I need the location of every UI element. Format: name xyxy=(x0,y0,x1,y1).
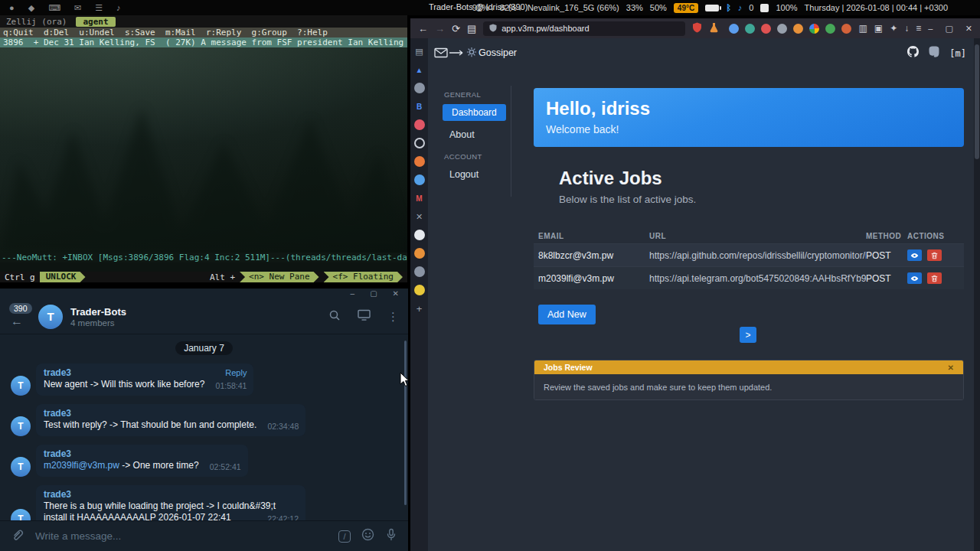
github-tab-favicon[interactable] xyxy=(414,230,425,240)
sidebar-panel-icon[interactable]: ▤ xyxy=(414,46,425,57)
tab-favicon[interactable]: M xyxy=(414,193,425,204)
battery-main-percent: 91%◂ xyxy=(472,3,493,12)
microphone-icon[interactable] xyxy=(385,528,397,544)
browser-forward-button[interactable]: → xyxy=(435,23,445,34)
avatar[interactable]: T xyxy=(11,376,31,396)
page-scrollbar[interactable] xyxy=(974,38,980,551)
files-icon[interactable]: ◆ xyxy=(28,3,34,13)
message-text: -> One more time? xyxy=(119,460,199,471)
highlights-icon[interactable]: ✦ xyxy=(890,23,897,34)
mail-icon[interactable]: ✉ xyxy=(74,3,81,13)
group-avatar[interactable]: T xyxy=(38,305,63,329)
jobs-table: EMAIL URL METHOD ACTIONS 8k8lbzcr@v3m.pw… xyxy=(534,228,964,289)
sidebar-toggle-icon[interactable]: ▤ xyxy=(467,23,476,34)
chat-titlebar: – ▢ ✕ xyxy=(0,289,408,299)
nav-item-about[interactable]: About xyxy=(449,129,509,140)
panel-icon[interactable]: ▥ xyxy=(858,23,867,34)
notifier-extension-icon[interactable] xyxy=(793,24,803,34)
url-bar[interactable]: app.v3m.pw/dashboard xyxy=(483,21,685,36)
library-icon[interactable]: ▣ xyxy=(874,23,883,34)
scrollbar-thumb[interactable] xyxy=(975,44,979,159)
tab-favicon[interactable]: B xyxy=(414,101,425,112)
chat-message: T trade3 Test with reply? -> That should… xyxy=(11,404,397,436)
chat-title[interactable]: Trader-Bots xyxy=(70,306,126,318)
add-new-button[interactable]: Add New xyxy=(538,305,596,324)
matrix-icon[interactable]: [m] xyxy=(949,48,966,59)
maximize-button[interactable]: ▢ xyxy=(945,24,952,34)
email-link[interactable]: m2039lfi@v3m.pw xyxy=(44,460,119,471)
sender-name[interactable]: trade3 xyxy=(44,367,204,379)
browser-reload-button[interactable]: ⟳ xyxy=(452,23,460,34)
delete-job-button[interactable] xyxy=(927,272,942,284)
tab-favicon[interactable] xyxy=(414,119,425,130)
avatar[interactable]: T xyxy=(11,457,31,477)
password-extension-icon[interactable] xyxy=(825,24,835,34)
google-extension-icon[interactable] xyxy=(809,24,819,34)
avatar[interactable]: T xyxy=(11,509,31,520)
tab-favicon[interactable] xyxy=(414,248,425,259)
kebab-menu-icon[interactable]: ⋮ xyxy=(387,310,399,324)
nav-item-logout[interactable]: Logout xyxy=(449,169,509,180)
sender-name[interactable]: trade3 xyxy=(44,448,199,460)
mastodon-icon[interactable] xyxy=(929,46,939,60)
tab-favicon[interactable] xyxy=(414,174,425,185)
message-input[interactable] xyxy=(35,530,328,542)
nav-item-dashboard[interactable]: Dashboard xyxy=(443,104,506,121)
neomutt-selected-mail-row[interactable]: 3896 + Dec 31 Ian Kelling, FS ( 27K) A m… xyxy=(0,37,407,47)
emoji-icon[interactable] xyxy=(361,528,374,544)
zellij-tab-bar: Zellij (ora) agent xyxy=(0,15,407,28)
tab-favicon[interactable] xyxy=(414,83,425,93)
back-button[interactable]: ← 390 xyxy=(9,299,32,334)
extension-icon[interactable] xyxy=(777,24,787,34)
view-job-button[interactable] xyxy=(907,272,922,284)
close-tab-icon[interactable]: ✕ xyxy=(414,211,425,222)
delete-job-button[interactable] xyxy=(927,249,942,261)
flask-extension-icon[interactable] xyxy=(709,22,719,35)
jobs-review-body: Review the saved jobs and make sure to k… xyxy=(534,374,963,399)
timer-extension-icon[interactable] xyxy=(745,24,755,34)
close-banner-icon[interactable]: ✕ xyxy=(948,364,954,372)
tab-favicon[interactable] xyxy=(414,156,425,167)
volume-level: 0 xyxy=(749,3,753,12)
github-icon[interactable] xyxy=(907,46,919,60)
launcher-icon[interactable]: ● xyxy=(9,3,15,12)
next-page-button[interactable]: > xyxy=(740,327,756,343)
minimize-button[interactable]: – xyxy=(351,289,355,298)
tab-favicon[interactable]: ▲ xyxy=(414,64,425,75)
message-text: There is a bug while loading the project… xyxy=(44,500,276,520)
reply-label[interactable]: Reply xyxy=(225,367,247,379)
reader-extension-icon[interactable] xyxy=(841,24,851,34)
minimize-button[interactable]: – xyxy=(928,24,933,34)
sender-name[interactable]: trade3 xyxy=(44,408,256,419)
app-menu-icon[interactable]: ≡ xyxy=(916,23,921,34)
tab-favicon[interactable] xyxy=(414,266,425,277)
chat-scrollbar[interactable] xyxy=(404,341,407,505)
shield-extension-icon[interactable] xyxy=(692,22,702,35)
browser-back-button[interactable]: ← xyxy=(418,23,428,34)
bot-commands-icon[interactable]: / xyxy=(338,530,351,543)
tray-icon[interactable] xyxy=(760,4,769,12)
keyboard-icon[interactable]: ⌨ xyxy=(48,3,60,13)
screenshare-icon[interactable] xyxy=(358,309,371,324)
maximize-button[interactable]: ▢ xyxy=(370,289,377,298)
tab-favicon[interactable] xyxy=(414,285,425,295)
avatar[interactable]: T xyxy=(11,416,31,436)
view-job-button[interactable] xyxy=(907,249,922,261)
attach-icon[interactable] xyxy=(11,528,24,545)
close-button[interactable]: ✕ xyxy=(965,24,972,34)
site-security-icon[interactable] xyxy=(489,24,497,34)
sender-name[interactable]: trade3 xyxy=(44,489,296,500)
new-tab-button[interactable]: + xyxy=(414,303,425,314)
downloads-icon[interactable]: ↓ xyxy=(904,23,909,34)
job-email: m2039lfi@v3m.pw xyxy=(538,273,649,284)
adblock-extension-icon[interactable] xyxy=(761,24,771,34)
zellij-tab-agent[interactable]: agent xyxy=(76,17,115,27)
close-button[interactable]: ✕ xyxy=(393,289,399,298)
chat-icon[interactable]: ☰ xyxy=(95,3,103,13)
music-icon[interactable]: ♪ xyxy=(116,3,121,12)
grid-extension-icon[interactable] xyxy=(729,24,739,34)
tab-favicon[interactable] xyxy=(414,138,425,148)
search-icon[interactable] xyxy=(328,309,341,324)
nav-section-account: ACCOUNT xyxy=(433,152,509,161)
battery-icon xyxy=(705,5,719,11)
